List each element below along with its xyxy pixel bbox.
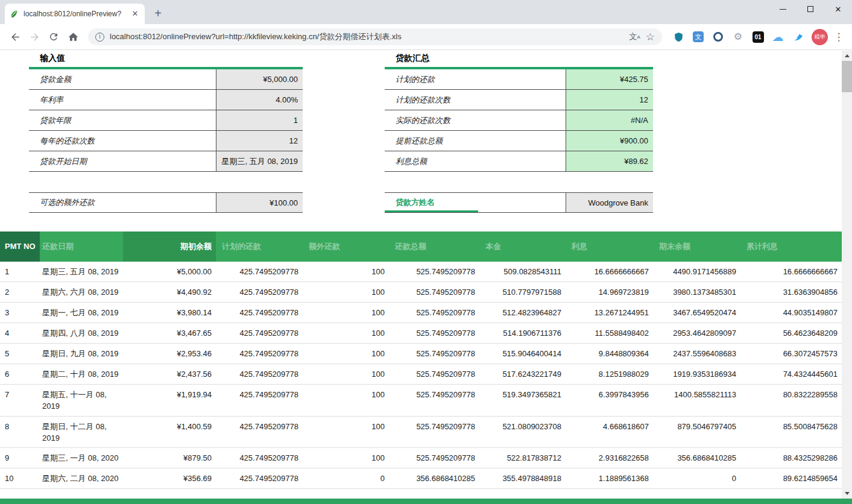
leaf-favicon-icon [10,10,19,19]
scroll-up-arrow-icon[interactable] [842,51,852,61]
table-cell: 510.7797971588 [479,282,566,302]
minimize-button[interactable] [769,0,797,18]
field-label: 利息总额 [385,151,566,171]
table-cell: 100 [303,364,389,384]
table-cell: 66.3072457573 [740,344,842,364]
table-cell: 525.7495209778 [389,448,479,468]
table-cell: 355.4978848918 [479,468,566,488]
badge-01-extension-icon[interactable]: 01 [751,30,765,43]
vertical-scrollbar[interactable] [842,51,852,499]
home-button[interactable] [64,28,82,46]
spacer-row [385,172,653,192]
table-cell: ¥2,437.56 [123,364,216,384]
field-row: 计划的还款¥425.75 [385,69,653,90]
field-value: ¥425.75 [566,69,653,89]
table-cell: 0 [653,468,740,488]
table-cell: 9.8448809364 [566,344,653,364]
lender-value: Woodgrove Bank [566,193,653,212]
new-tab-button[interactable]: + [150,5,166,22]
table-cell: 425.7495209778 [216,262,303,282]
table-cell: 100 [303,323,389,343]
schedule-body: 1星期三, 五月 08, 2019¥5,000.00425.7495209778… [0,262,842,489]
table-cell: 100 [303,344,389,364]
table-cell: 13.2671244951 [566,303,653,323]
scroll-down-arrow-icon[interactable] [842,488,852,499]
address-bar[interactable]: i localhost:8012/onlinePreview?url=http:… [88,28,662,45]
forward-icon [29,31,40,43]
table-cell: 425.7495209778 [216,417,303,448]
table-cell: 4490.9171456889 [653,262,740,282]
tab-close-icon[interactable]: ✕ [130,9,140,19]
table-cell: 514.1906711376 [479,323,566,343]
table-cell: ¥1,919.94 [123,385,216,416]
shield-extension-icon[interactable] [672,30,685,43]
tab-strip: localhost:8012/onlinePreview? ✕ + ✕ [0,0,852,24]
table-cell: 16.6666666667 [566,262,653,282]
extensions-row: 文 ⚙ 01 ☁ [672,30,804,43]
browser-tab[interactable]: localhost:8012/onlinePreview? ✕ [5,4,145,24]
preview-footer-bar [0,499,852,504]
field-value: ¥900.00 [566,131,653,151]
table-cell: 85.5008475628 [740,417,842,448]
table-cell: 425.7495209778 [216,282,303,302]
file-preview-page: 输入值 贷款金额¥5,000.00年利率4.00%贷款年限1每年的还款次数12贷… [0,51,852,499]
table-cell: 2953.4642809097 [653,323,740,343]
table-cell: 509.0828543111 [479,262,566,282]
table-cell: 525.7495209778 [389,323,479,343]
maximize-button[interactable] [797,0,824,18]
table-cell: ¥356.69 [123,468,216,488]
table-cell: 8.1251988029 [566,364,653,384]
amortization-table: PMT NO还款日期期初余额计划的还款额外还款还款总额本金利息期末余额累计利息 … [0,232,842,489]
column-header: 期初余额 [123,232,216,262]
field-label: 提前还款总额 [385,131,566,151]
forward-button[interactable] [25,28,43,46]
table-cell: 425.7495209778 [216,344,303,364]
url-text[interactable]: localhost:8012/onlinePreview?url=http://… [110,31,623,42]
table-cell: 517.6243221749 [479,364,566,384]
circle-extension-icon[interactable] [712,30,725,43]
gray-extension-icon[interactable]: ⚙ [731,30,745,43]
table-cell: 80.8322289558 [740,385,842,416]
field-row: 贷款年限1 [29,110,303,131]
table-cell: 2437.5596408683 [653,344,740,364]
home-icon [68,31,79,43]
scrollbar-thumb[interactable] [842,61,852,92]
table-row: 2星期六, 六月 08, 2019¥4,490.92425.7495209778… [0,282,842,303]
table-cell: 525.7495209778 [389,282,479,302]
table-cell: 2.9316822658 [566,448,653,468]
translate-icon[interactable]: 文A [629,31,640,42]
back-button[interactable] [6,28,24,46]
cloud-extension-icon[interactable]: ☁ [771,30,784,43]
reload-button[interactable] [45,28,63,46]
table-cell: ¥5,000.00 [123,262,216,282]
field-row: 年利率4.00% [29,90,303,110]
table-row: 3星期一, 七月 08, 2019¥3,980.14425.7495209778… [0,303,842,323]
close-button[interactable]: ✕ [824,0,852,18]
bird-extension-icon[interactable] [791,30,804,43]
summary-rows: 计划的还款¥425.75计划的还款次数12实际的还款次数#N/A提前还款总额¥9… [385,69,653,172]
summary-section-title: 贷款汇总 [385,52,653,69]
bookmark-star-icon[interactable]: ☆ [646,32,655,42]
browser-menu-button[interactable]: ⋮ [831,31,846,43]
table-cell: 100 [303,303,389,323]
window-controls: ✕ [769,0,852,18]
lender-row: 贷款方姓名 Woodgrove Bank [385,192,653,213]
field-row: 计划的还款次数12 [385,90,653,110]
table-row: 6星期二, 十月 08, 2019¥2,437.56425.7495209778… [0,364,842,385]
browser-toolbar: i localhost:8012/onlinePreview?url=http:… [0,24,852,50]
table-cell: 5 [0,344,40,364]
profile-avatar[interactable]: 精华 [812,29,828,45]
field-value: #N/A [566,110,653,130]
table-cell: 425.7495209778 [216,323,303,343]
table-cell: 星期三, 五月 08, 2019 [40,262,123,282]
translate-extension-icon[interactable]: 文 [692,30,705,43]
table-cell: 74.4324445601 [740,364,842,384]
lender-label: 贷款方姓名 [385,193,566,212]
table-cell: 44.9035149807 [740,303,842,323]
table-cell: ¥3,980.14 [123,303,216,323]
table-cell: 0 [303,468,389,488]
page-info-icon[interactable]: i [95,33,104,42]
table-cell: 8 [0,417,40,448]
table-cell: 星期四, 八月 08, 2019 [40,323,123,343]
table-cell: 425.7495209778 [216,448,303,468]
